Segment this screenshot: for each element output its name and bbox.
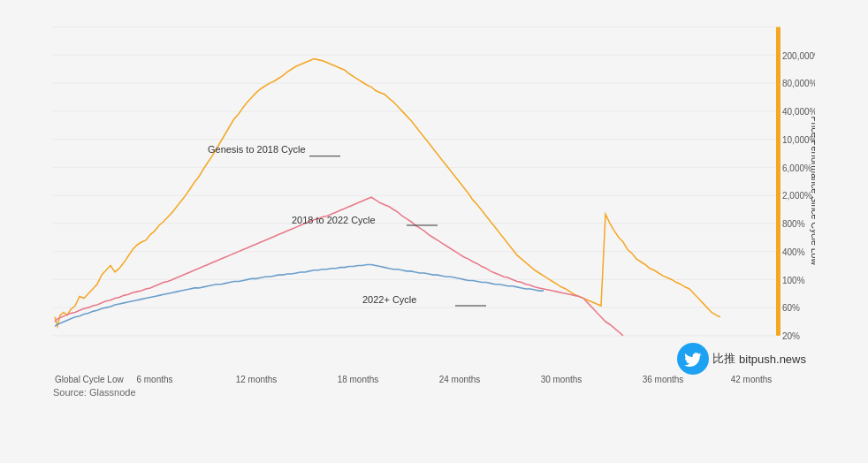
svg-text:400%: 400% bbox=[782, 247, 805, 257]
svg-text:6,000%: 6,000% bbox=[782, 163, 812, 172]
svg-text:6 months: 6 months bbox=[136, 375, 172, 384]
svg-text:800%: 800% bbox=[782, 219, 805, 229]
watermark-cn-text: 比推 bbox=[712, 351, 735, 367]
watermark: 比推 bitpush.news bbox=[677, 343, 806, 375]
svg-text:40,000%: 40,000% bbox=[782, 107, 815, 117]
chart-container: 20% 60% 100% 400% 800% 2,000% 6,000% 10,… bbox=[0, 0, 868, 463]
svg-text:20%: 20% bbox=[782, 331, 800, 341]
twitter-bird-icon bbox=[677, 343, 709, 375]
svg-text:60%: 60% bbox=[782, 303, 800, 313]
svg-text:Genesis to 2018 Cycle: Genesis to 2018 Cycle bbox=[208, 144, 306, 155]
source-label: Source: Glassnode bbox=[53, 387, 136, 398]
svg-text:24 months: 24 months bbox=[439, 375, 481, 384]
svg-text:2022+ Cycle: 2022+ Cycle bbox=[362, 294, 416, 305]
svg-text:18 months: 18 months bbox=[338, 375, 379, 384]
svg-text:12 months: 12 months bbox=[236, 375, 278, 384]
watermark-site: bitpush.news bbox=[739, 353, 806, 366]
svg-text:200,000%: 200,000% bbox=[782, 50, 815, 60]
chart-area: 20% 60% 100% 400% 800% 2,000% 6,000% 10,… bbox=[53, 18, 815, 401]
svg-text:Global Cycle Low: Global Cycle Low bbox=[55, 375, 124, 384]
svg-text:100%: 100% bbox=[782, 275, 805, 285]
svg-text:30 months: 30 months bbox=[541, 375, 582, 384]
svg-text:2018 to 2022 Cycle: 2018 to 2022 Cycle bbox=[292, 215, 376, 225]
svg-text:Price Performance Since Cycle : Price Performance Since Cycle Low bbox=[810, 117, 815, 266]
svg-text:42 months: 42 months bbox=[731, 375, 773, 384]
svg-text:2,000%: 2,000% bbox=[782, 191, 812, 201]
svg-text:36 months: 36 months bbox=[643, 375, 684, 384]
svg-text:80,000%: 80,000% bbox=[782, 79, 815, 88]
svg-rect-24 bbox=[776, 27, 780, 336]
svg-rect-0 bbox=[53, 18, 778, 364]
